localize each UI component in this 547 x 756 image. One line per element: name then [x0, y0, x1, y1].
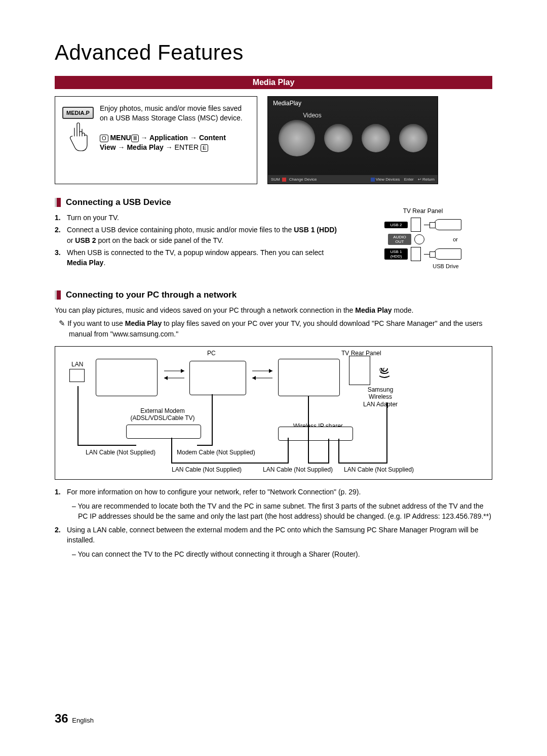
page-number: 36 — [55, 711, 68, 725]
port-usb1-box — [411, 247, 421, 261]
cable-lines — [55, 347, 492, 479]
step-num-3: 3. — [55, 247, 67, 268]
net-step-2: Using a LAN cable, connect between the e… — [67, 525, 492, 545]
step-num-1: 1. — [55, 213, 67, 223]
step-2: Connect a USB device containing photo, m… — [67, 225, 343, 245]
usb-drive-label: USB Drive — [399, 263, 492, 269]
media-play-box: MEDIA.P Enjoy photos, music and/or movie… — [55, 96, 257, 184]
tv-rear-panel-label: TV Rear Panel — [354, 207, 492, 215]
menu-prefix: MENU — [110, 134, 131, 142]
net-step-1: For more information on how to configure… — [67, 487, 361, 497]
net-step-2-sub: – You can connect the TV to the PC direc… — [67, 549, 360, 559]
sum-label: SUM — [271, 177, 280, 182]
net-step-1-sub: – You are recommended to locate both the… — [67, 501, 492, 522]
sub-heading-network: Connecting to your PC through a network — [55, 290, 492, 300]
usb-section: 1.Turn on your TV. 2. Connect a USB devi… — [55, 207, 492, 270]
heading-bar-icon-2 — [55, 290, 61, 300]
photos-icon — [362, 124, 390, 152]
note-a: If you want to use — [67, 319, 125, 327]
menu-icon: Ⅲ — [131, 135, 139, 142]
view-devices-label: View Devices — [376, 177, 400, 182]
usb-steps: 1.Turn on your TV. 2. Connect a USB devi… — [55, 213, 343, 270]
intro-a: You can play pictures, music and videos … — [55, 306, 355, 314]
step2-b1: USB 1 (HDD) — [294, 226, 337, 234]
category-icons — [268, 124, 438, 156]
net-step-2-sub-text: You can connect the TV to the PC directl… — [77, 550, 360, 558]
hand-icon — [65, 122, 89, 152]
note-b: Media Play — [125, 319, 162, 327]
net-step-num-2: 2. — [55, 525, 67, 545]
step3-b: Media Play — [67, 259, 103, 267]
heading-bar-icon — [55, 198, 61, 207]
or-label: or — [427, 236, 458, 242]
sub-heading-usb: Connecting a USB Device — [55, 197, 492, 207]
manual-page: Advanced Features Media Play MEDIA.P Enj… — [0, 0, 547, 756]
screenshot-footer: SUM Change Device View Devices Enter ↩ R… — [268, 175, 438, 184]
usb-diagram: TV Rear Panel USB 2 AUDIO OUT or USB 1 (… — [354, 207, 492, 270]
network-note: If you want to use Media Play to play fi… — [55, 318, 492, 339]
blue-square-icon — [371, 178, 375, 182]
screenshot-title: MediaPlay — [268, 97, 438, 110]
music-icon — [324, 124, 353, 152]
step-1: Turn on your TV. — [67, 213, 119, 223]
step2-c: port on the back or side panel of the TV… — [96, 236, 223, 244]
red-square-icon — [282, 178, 286, 182]
page-title: Advanced Features — [55, 40, 492, 65]
net-step-1-sub-text: You are recommended to locate both the T… — [77, 502, 491, 520]
footer-enter-label: Enter — [404, 177, 414, 182]
usb-stick-2 — [434, 248, 461, 260]
enter-icon: E — [201, 144, 208, 152]
menu-path-line1: → Application → Content — [139, 134, 226, 142]
change-device-label: Change Device — [289, 177, 317, 182]
enter-label: ENTER — [175, 143, 199, 151]
step2-b2: USB 2 — [75, 236, 96, 244]
network-diagram: LAN PC TV Rear Panel or Samsung Wireless… — [55, 346, 492, 480]
network-steps: 1.For more information on how to configu… — [55, 487, 492, 560]
section-header: Media Play — [55, 76, 492, 89]
remote-button-column: MEDIA.P — [62, 104, 100, 171]
page-lang: English — [72, 717, 94, 724]
screenshot-category: Videos — [187, 112, 438, 119]
tv-screenshot: MediaPlay Videos SUM Change Device View … — [267, 96, 438, 184]
network-intro: You can play pictures, music and videos … — [55, 305, 492, 315]
footer-return-label: Return — [422, 177, 435, 182]
step-num-2: 2. — [55, 225, 67, 245]
step3-a: When USB is connected to the TV, a popup… — [67, 248, 324, 257]
step2-mid: or — [67, 236, 75, 244]
media-p-button: MEDIA.P — [62, 107, 94, 119]
step3-c: . — [103, 259, 105, 267]
step-3: When USB is connected to the TV, a popup… — [67, 247, 343, 268]
port-usb2-label: USB 2 — [384, 222, 408, 228]
port-audio-box — [414, 234, 424, 244]
port-usb1-label: USB 1 (HDD) — [384, 248, 408, 260]
port-usb2-box — [411, 218, 421, 232]
settings-icon — [399, 124, 427, 152]
port-audio-label: AUDIO OUT — [388, 234, 411, 245]
page-footer: 36 English — [55, 711, 94, 726]
intro-b: Media Play — [355, 306, 392, 314]
osd-icon: O — [100, 135, 108, 142]
media-play-row: MEDIA.P Enjoy photos, music and/or movie… — [55, 96, 492, 184]
network-heading-text: Connecting to your PC through a network — [66, 290, 237, 300]
menu-path-line2a: View → Media Play → — [100, 143, 175, 151]
usb-heading-text: Connecting a USB Device — [66, 197, 171, 207]
intro-c: mode. — [392, 306, 414, 314]
usb-stick-1 — [434, 219, 461, 230]
menu-path: O MENUⅢ → Application → Content View → M… — [100, 133, 248, 153]
step2-a: Connect a USB device containing photo, m… — [67, 226, 294, 234]
net-step-num-1: 1. — [55, 487, 67, 497]
videos-icon — [279, 120, 315, 156]
